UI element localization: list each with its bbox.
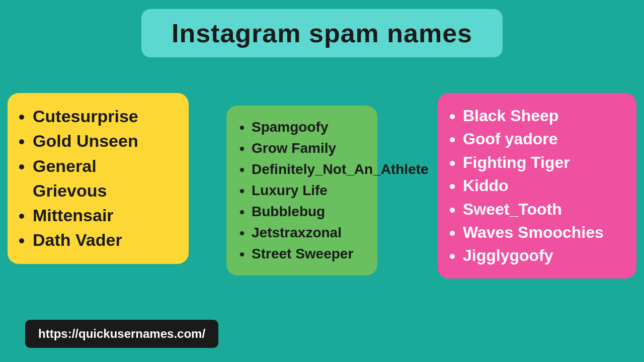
list-item: Waves Smoochies	[463, 221, 622, 244]
yellow-list: CutesurpriseGold UnseenGeneral GrievousM…	[18, 104, 175, 253]
list-item: Kiddo	[463, 174, 622, 197]
list-item: Jigglygoofy	[463, 244, 622, 267]
green-list-box: SpamgoofyGrow FamilyDefinitely_Not_An_At…	[226, 106, 377, 276]
list-item: Gold Unseen	[33, 129, 175, 153]
pink-list-box: Black SheepGoof yadoreFighting TigerKidd…	[438, 93, 636, 279]
yellow-list-box: CutesurpriseGold UnseenGeneral GrievousM…	[8, 93, 189, 264]
green-list: SpamgoofyGrow FamilyDefinitely_Not_An_At…	[236, 117, 363, 264]
list-item: Dath Vader	[33, 228, 175, 252]
list-item: Spamgoofy	[252, 117, 363, 138]
list-item: General Grievous	[33, 154, 175, 204]
list-item: Street Sweeper	[252, 243, 363, 264]
list-item: Goof yadore	[463, 127, 622, 150]
list-item: Mittensair	[33, 203, 175, 228]
url-box: https://quickusernames.com/	[25, 320, 218, 348]
list-item: Cutesurprise	[33, 104, 175, 129]
list-item: Luxury Life	[252, 180, 363, 201]
pink-list: Black SheepGoof yadoreFighting TigerKidd…	[448, 104, 622, 267]
list-item: Grow Family	[252, 138, 363, 159]
list-item: Sweet_Tooth	[463, 198, 622, 221]
list-item: Black Sheep	[463, 104, 622, 127]
list-item: Definitely_Not_An_Athlete	[252, 159, 363, 180]
list-item: Bubblebug	[252, 201, 363, 222]
url-text: https://quickusernames.com/	[38, 327, 205, 340]
page-title: Instagram spam names	[172, 19, 472, 48]
list-item: Jetstraxzonal	[252, 222, 363, 243]
list-item: Fighting Tiger	[463, 151, 622, 174]
title-box: Instagram spam names	[141, 9, 503, 57]
